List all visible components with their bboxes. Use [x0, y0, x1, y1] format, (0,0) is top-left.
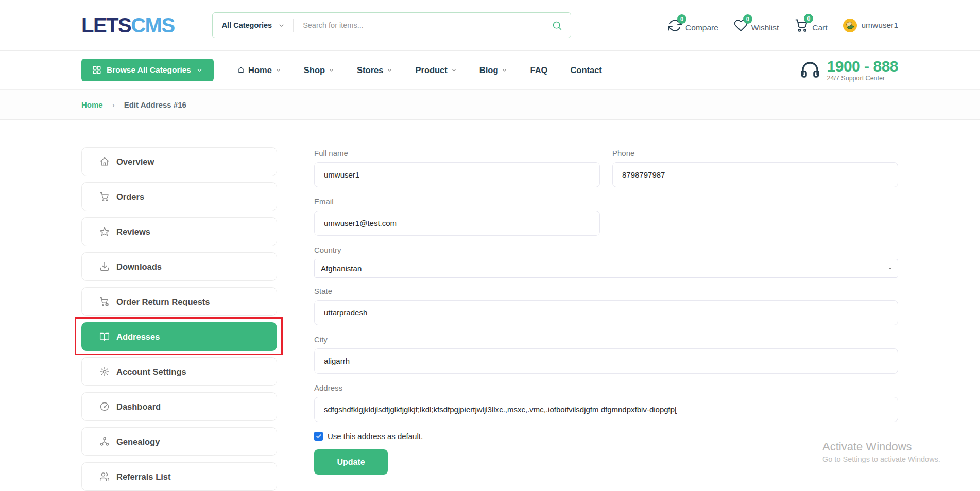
star-icon [99, 226, 110, 237]
state-label: State [314, 287, 898, 295]
chevron-down-icon [329, 67, 334, 73]
city-field[interactable] [314, 348, 898, 374]
watermark-subtitle: Go to Settings to activate Windows. [822, 455, 940, 463]
support-center: 1900 - 888 24/7 Support Center [799, 58, 898, 82]
email-label: Email [314, 197, 600, 206]
heart-icon: 0 [734, 19, 748, 32]
chevron-down-icon [888, 266, 892, 271]
nav-item-home[interactable]: Home [237, 65, 281, 75]
site-logo[interactable]: LETSCMS [81, 14, 175, 37]
country-label: Country [314, 246, 898, 254]
sidebar-item-label: Orders [116, 192, 144, 202]
city-label: City [314, 335, 898, 344]
nav-item-shop[interactable]: Shop [304, 65, 334, 75]
nav-item-stores[interactable]: Stores [357, 65, 392, 75]
edit-address-form: Full name Phone Email Country Afghanista… [314, 149, 898, 475]
phone-label: Phone [612, 149, 898, 157]
header-actions: 0 Compare 0 Wishlist 0 Cart umwuser1 [668, 18, 898, 32]
cart-button[interactable]: 0 Cart [794, 18, 827, 32]
nav-links: Home Shop Stores Product Blog FAQ Contac… [237, 65, 602, 75]
compare-button[interactable]: 0 Compare [668, 19, 718, 32]
chevron-down-icon [451, 67, 457, 73]
sidebar-item-label: Downloads [116, 262, 162, 272]
cart-icon: 0 [794, 18, 809, 32]
nav-label-stores: Stores [357, 65, 383, 75]
nav-item-product[interactable]: Product [415, 65, 456, 75]
state-field[interactable] [314, 300, 898, 325]
grid-icon [92, 65, 101, 75]
sidebar-item-account-settings[interactable]: Account Settings [81, 357, 277, 386]
sidebar-item-order-return-requests[interactable]: Order Return Requests [81, 287, 277, 316]
browse-all-categories-button[interactable]: Browse All Categories [81, 59, 214, 81]
wishlist-count-badge: 0 [743, 14, 752, 24]
sidebar-item-label: Dashboard [116, 402, 161, 412]
compare-icon: 0 [668, 19, 682, 32]
support-texts: 1900 - 888 24/7 Support Center [827, 58, 898, 82]
country-select[interactable]: Afghanistan [314, 259, 898, 278]
category-dropdown[interactable]: All Categories [222, 21, 285, 29]
address-label: Address [314, 383, 898, 392]
email-field[interactable] [314, 211, 600, 236]
chevron-down-icon [276, 67, 281, 73]
support-caption: 24/7 Support Center [827, 75, 898, 82]
download-icon [99, 261, 110, 272]
country-selected-value: Afghanistan [321, 264, 362, 273]
sidebar-item-orders[interactable]: Orders [81, 182, 277, 211]
nav-label-product: Product [415, 65, 447, 75]
search-bar: All Categories [212, 12, 571, 38]
sidebar-item-overview[interactable]: Overview [81, 147, 277, 176]
users-icon [99, 471, 110, 482]
nav-label-shop: Shop [304, 65, 325, 75]
cart-label: Cart [812, 23, 827, 32]
cart-count-badge: 0 [804, 14, 813, 23]
sidebar-item-addresses[interactable]: Addresses [81, 322, 277, 351]
full-name-label: Full name [314, 149, 600, 157]
search-input[interactable] [303, 21, 552, 29]
support-phone-number[interactable]: 1900 - 888 [827, 58, 898, 75]
browse-button-label: Browse All Categories [107, 65, 191, 75]
sidebar-item-dashboard[interactable]: Dashboard [81, 392, 277, 421]
address-field[interactable] [314, 397, 898, 422]
account-sidebar: Overview Orders Reviews Downloads Order … [81, 147, 277, 491]
sidebar-item-label: Addresses [116, 332, 160, 342]
gear-icon [99, 366, 110, 377]
nav-item-faq[interactable]: FAQ [530, 65, 547, 75]
sidebar-item-label: Reviews [116, 227, 150, 237]
headset-icon [799, 59, 821, 81]
activate-windows-watermark: Activate Windows Go to Settings to activ… [822, 440, 940, 463]
user-menu[interactable]: umwuser1 [843, 19, 899, 32]
genealogy-icon [99, 436, 110, 447]
sidebar-item-genealogy[interactable]: Genealogy [81, 427, 277, 456]
sidebar-item-downloads[interactable]: Downloads [81, 252, 277, 281]
nav-label-home: Home [248, 65, 272, 75]
sidebar-item-label: Order Return Requests [116, 297, 210, 307]
logo-part-lets: LETS [81, 14, 131, 37]
default-address-checkbox[interactable] [314, 432, 323, 441]
sidebar-item-referrals-list[interactable]: Referrals List [81, 462, 277, 491]
chevron-down-icon [196, 67, 203, 74]
breadcrumb-home-link[interactable]: Home [81, 100, 103, 109]
sidebar-item-reviews[interactable]: Reviews [81, 217, 277, 246]
sidebar-item-label: Overview [116, 157, 154, 167]
default-address-label: Use this address as default. [328, 432, 423, 441]
speedometer-icon [99, 401, 110, 412]
sidebar-item-label: Genealogy [116, 437, 160, 447]
sidebar-item-label: Referrals List [116, 472, 170, 482]
phone-field[interactable] [612, 162, 898, 187]
compare-label: Compare [685, 23, 718, 32]
wishlist-button[interactable]: 0 Wishlist [734, 19, 779, 32]
search-divider [293, 19, 294, 32]
search-icon[interactable] [552, 20, 562, 31]
nav-label-contact: Contact [570, 65, 601, 75]
watermark-title: Activate Windows [822, 440, 940, 453]
full-name-field[interactable] [314, 162, 600, 187]
wishlist-label: Wishlist [751, 23, 779, 32]
main-navigation: Browse All Categories Home Shop Stores P… [0, 50, 980, 89]
update-button[interactable]: Update [314, 449, 388, 475]
header: LETSCMS All Categories 0 Compare 0 [0, 0, 980, 50]
category-dropdown-label: All Categories [222, 21, 272, 29]
nav-item-blog[interactable]: Blog [479, 65, 508, 75]
avatar [843, 19, 857, 32]
address-book-icon [99, 331, 110, 342]
nav-item-contact[interactable]: Contact [570, 65, 601, 75]
